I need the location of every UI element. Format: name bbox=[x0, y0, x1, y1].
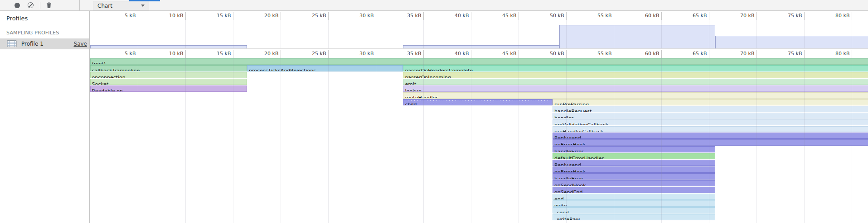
flame-bar[interactable]: handleError bbox=[553, 146, 715, 152]
save-profile-link[interactable]: Save bbox=[74, 41, 87, 47]
flame-bar[interactable]: _send bbox=[553, 207, 715, 214]
flame-bar[interactable]: runPreParsing bbox=[553, 99, 868, 105]
flame-bar-label: handler bbox=[554, 115, 573, 119]
flame-bar[interactable]: preHandlerCallback bbox=[553, 126, 868, 133]
ruler-tick-label: 50 kB bbox=[537, 51, 564, 57]
chevron-down-icon bbox=[141, 5, 145, 7]
ruler-tick-label: 75 kB bbox=[775, 13, 802, 19]
ruler-tick bbox=[471, 50, 471, 58]
overview-step bbox=[90, 45, 247, 48]
record-button[interactable] bbox=[12, 0, 22, 10]
flame-ruler[interactable]: 5 kB10 kB15 kB20 kB25 kB30 kB35 kB40 kB4… bbox=[90, 48, 868, 58]
ruler-tick bbox=[281, 12, 281, 20]
ruler-tick bbox=[519, 12, 519, 20]
flame-bar[interactable]: Socket bbox=[90, 79, 247, 85]
active-tab-underline bbox=[129, 0, 160, 1]
flame-bar[interactable]: handleError bbox=[553, 173, 715, 180]
flame-bar[interactable]: write_ bbox=[553, 200, 715, 207]
flame-bar-label: (root) bbox=[92, 61, 106, 65]
flame-bar[interactable]: Reply.send bbox=[553, 160, 715, 166]
ruler-tick-label: 20 kB bbox=[252, 51, 279, 57]
ruler-tick bbox=[566, 50, 567, 58]
ruler-tick bbox=[756, 12, 757, 20]
flame-bar-label: onSendEnd bbox=[554, 190, 582, 193]
flame-bar[interactable]: onErrorHook bbox=[553, 166, 715, 173]
ruler-tick bbox=[804, 12, 805, 20]
ruler-tick-label: 30 kB bbox=[347, 13, 374, 19]
ruler-tick bbox=[423, 12, 424, 20]
ruler-tick bbox=[756, 50, 757, 58]
flame-bar[interactable]: lookup bbox=[403, 85, 868, 92]
profiler-toolbar: Chart bbox=[0, 0, 868, 11]
flame-bar[interactable]: child bbox=[403, 99, 553, 105]
ruler-tick bbox=[328, 12, 329, 20]
flame-bar[interactable]: handler bbox=[553, 113, 868, 119]
flame-bar[interactable]: emit bbox=[403, 79, 868, 85]
clear-icon bbox=[28, 2, 34, 8]
flame-bar[interactable]: defaultErrorHandler bbox=[553, 153, 715, 159]
record-icon bbox=[15, 3, 20, 8]
flame-chart-pane: 5 kB10 kB15 kB20 kB25 kB30 kB35 kB40 kB4… bbox=[90, 11, 868, 223]
flame-bar[interactable]: onSendEnd bbox=[553, 187, 715, 193]
memory-overview-area[interactable] bbox=[90, 20, 868, 48]
flame-bar[interactable]: onErrorHook bbox=[553, 139, 868, 146]
flame-bar[interactable]: handleRequest bbox=[553, 106, 868, 112]
chart-view-select[interactable]: Chart bbox=[93, 1, 149, 10]
toolbar-divider bbox=[79, 0, 80, 10]
flame-bar[interactable]: routeHandler bbox=[403, 92, 868, 99]
ruler-tick bbox=[614, 12, 614, 20]
ruler-tick bbox=[471, 12, 471, 20]
ruler-tick-label: 15 kB bbox=[204, 51, 231, 57]
ruler-tick bbox=[709, 12, 709, 20]
flame-bar-label: child bbox=[405, 102, 417, 105]
ruler-tick bbox=[138, 12, 138, 20]
ruler-tick-label: 45 kB bbox=[490, 13, 517, 19]
flame-bar[interactable]: (root) bbox=[90, 58, 868, 65]
flame-bar[interactable]: _writeRaw bbox=[553, 214, 715, 220]
flame-bar-label: Reply.send bbox=[554, 135, 581, 139]
ruler-tick-label: 35 kB bbox=[394, 13, 422, 19]
ruler-tick bbox=[328, 50, 329, 58]
flame-bar-label: preValidationCallback bbox=[554, 122, 608, 126]
flame-bar-label: parserOnIncoming bbox=[405, 75, 451, 78]
ruler-tick-label: 30 kB bbox=[347, 51, 374, 57]
flame-bar[interactable]: processTicksAndRejections bbox=[247, 65, 403, 71]
flame-bar-label: routeHandler bbox=[405, 95, 437, 99]
ruler-tick-label: 75 kB bbox=[775, 51, 802, 57]
flame-chart[interactable]: (root)callbackTrampolineprocessTicksAndR… bbox=[90, 58, 868, 223]
flame-bar[interactable]: onconnection bbox=[90, 72, 247, 78]
ruler-tick-label: 40 kB bbox=[442, 51, 469, 57]
sidebar-item-profile-1[interactable]: Profile 1 Save bbox=[0, 38, 89, 49]
ruler-tick-label: 10 kB bbox=[156, 51, 184, 57]
flame-bar-label: end bbox=[554, 196, 564, 200]
flame-bar-label: callbackTrampoline bbox=[92, 68, 140, 71]
overview-step bbox=[559, 25, 715, 48]
flame-bar-label: onErrorHook bbox=[554, 142, 586, 146]
flame-bar-label: runPreParsing bbox=[554, 102, 589, 105]
flame-bar[interactable]: parserOnHeadersComplete bbox=[403, 65, 868, 71]
clear-all-button[interactable] bbox=[25, 0, 35, 10]
flame-bar-label: _writeRaw bbox=[554, 217, 580, 220]
overview-ruler[interactable]: 5 kB10 kB15 kB20 kB25 kB30 kB35 kB40 kB4… bbox=[90, 11, 868, 20]
flame-bar[interactable]: end bbox=[553, 194, 715, 200]
flame-bar-label: Readable.on bbox=[92, 88, 123, 92]
ruler-tick-label: 70 kB bbox=[727, 51, 755, 57]
profile-grid-icon bbox=[7, 40, 17, 47]
profiles-sidebar: Profiles SAMPLING PROFILES Profile 1 Sav… bbox=[0, 11, 89, 223]
ruler-tick-label: 15 kB bbox=[204, 13, 231, 19]
flame-bar[interactable]: Readable.on bbox=[90, 85, 247, 92]
ruler-tick bbox=[185, 50, 186, 58]
flame-bar[interactable]: parserOnIncoming bbox=[403, 72, 868, 78]
ruler-tick bbox=[709, 50, 709, 58]
flame-bar-label: Reply.send bbox=[554, 162, 581, 166]
flame-bar-label: preHandlerCallback bbox=[554, 129, 603, 133]
ruler-tick bbox=[233, 50, 233, 58]
delete-profile-button[interactable] bbox=[44, 0, 54, 10]
flame-bar-label: handleError bbox=[554, 149, 583, 152]
flame-bar[interactable]: onSendHook bbox=[553, 180, 715, 186]
flame-bar[interactable]: preValidationCallback bbox=[553, 119, 868, 126]
flame-bar[interactable]: callbackTrampoline bbox=[90, 65, 247, 71]
ruler-tick-label: 5 kB bbox=[109, 51, 136, 57]
flame-bar[interactable]: Reply.send bbox=[553, 133, 868, 139]
flame-bar-label: onErrorHook bbox=[554, 169, 586, 173]
